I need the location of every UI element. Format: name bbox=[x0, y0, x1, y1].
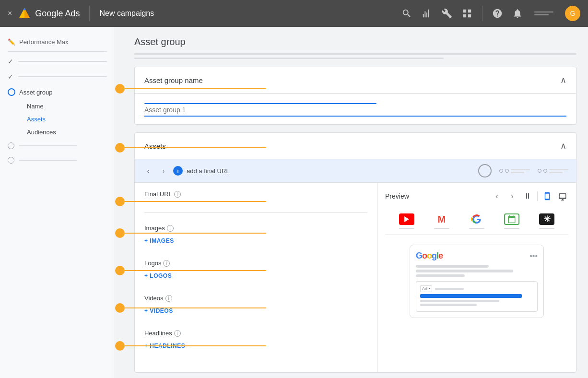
sidebar-title-label: Performance Max bbox=[19, 38, 69, 46]
network-discovery[interactable]: ✳ bbox=[539, 213, 554, 229]
preview-menu-dots: ••• bbox=[529, 252, 538, 260]
add-images-button[interactable]: + IMAGES bbox=[144, 234, 367, 248]
campaign-label: New campaigns bbox=[99, 9, 154, 18]
final-url-input[interactable] bbox=[144, 200, 367, 213]
ad-label-row: Ad • bbox=[420, 285, 533, 292]
final-url-section: Final URL i bbox=[144, 190, 367, 213]
wrench-icon[interactable] bbox=[442, 8, 452, 19]
network-youtube[interactable] bbox=[399, 213, 414, 229]
discovery-icon: ✳ bbox=[539, 213, 554, 225]
progress-bars bbox=[134, 53, 576, 59]
preview-dot-2 bbox=[505, 169, 509, 173]
empty-circle-2 bbox=[8, 157, 14, 164]
preview-lines-2 bbox=[549, 169, 568, 173]
nav-prev-button[interactable]: ‹ bbox=[142, 165, 154, 177]
search-icon[interactable] bbox=[401, 8, 412, 19]
logos-info-icon[interactable]: i bbox=[163, 260, 170, 267]
final-url-label: Final URL i bbox=[144, 190, 367, 198]
asset-group-name-title: Asset group name bbox=[144, 76, 203, 84]
assets-preview: Preview ‹ › ⏸ bbox=[377, 183, 576, 372]
final-url-info-icon[interactable]: i bbox=[174, 191, 181, 198]
preview-dot-4 bbox=[543, 169, 547, 173]
preview-next-button[interactable]: › bbox=[506, 190, 518, 202]
preview-title: Preview bbox=[385, 192, 409, 200]
preview-pause-button[interactable]: ⏸ bbox=[522, 190, 533, 202]
sidebar-assets-item[interactable]: Assets bbox=[19, 113, 115, 126]
add-headlines-button[interactable]: + HEADLINES bbox=[144, 339, 367, 353]
sidebar-audiences-item[interactable]: Audiences bbox=[19, 126, 115, 139]
images-label: Images i bbox=[144, 224, 367, 232]
preview-header: Preview ‹ › ⏸ bbox=[385, 190, 568, 202]
preview-controls: ‹ › ⏸ bbox=[491, 190, 568, 202]
assets-collapse[interactable]: ∧ bbox=[560, 141, 566, 151]
empty-line-1 bbox=[19, 145, 77, 146]
assets-section: Assets ∧ ‹ › i add a final URL bbox=[134, 132, 576, 373]
avatar[interactable]: G bbox=[565, 6, 580, 21]
help-icon[interactable] bbox=[492, 8, 503, 19]
grid-icon[interactable] bbox=[462, 8, 472, 19]
nav-url-label: add a final URL bbox=[187, 167, 474, 175]
preview-line-top bbox=[416, 265, 489, 268]
close-button[interactable]: × bbox=[8, 9, 12, 18]
edit-icon: ✏️ bbox=[8, 38, 15, 46]
asset-group-name-section: Asset group name ∧ bbox=[134, 67, 576, 125]
asset-group-name-input[interactable] bbox=[144, 104, 566, 117]
user-menu-lines bbox=[534, 12, 553, 15]
preview-control-divider bbox=[537, 191, 538, 201]
preview-line-1 bbox=[511, 169, 530, 170]
assets-header: Assets ∧ bbox=[135, 133, 576, 159]
preview-line-mid bbox=[416, 270, 513, 272]
add-logos-button[interactable]: + LOGOS bbox=[144, 269, 367, 283]
google-logo-text: Google bbox=[416, 251, 443, 261]
check-icon-1: ✓ bbox=[8, 58, 13, 65]
images-info-icon[interactable]: i bbox=[167, 225, 174, 232]
preview-line-2 bbox=[511, 172, 524, 173]
google-preview-header: Google ••• bbox=[416, 251, 538, 261]
empty-line-2 bbox=[19, 160, 77, 161]
ad-desc-line-1 bbox=[420, 300, 499, 302]
asset-group-name-body bbox=[135, 94, 576, 124]
sidebar-check-item-1[interactable]: ✓ bbox=[0, 54, 115, 69]
preview-dot-1 bbox=[499, 169, 503, 173]
nav-actions: G bbox=[401, 6, 580, 21]
sidebar-empty-item-2[interactable] bbox=[0, 153, 115, 167]
ad-badge: Ad • bbox=[420, 285, 432, 292]
logos-label: Logos i bbox=[144, 260, 367, 267]
sidebar-line-2 bbox=[18, 76, 107, 77]
preview-prev-button[interactable]: ‹ bbox=[491, 190, 503, 202]
nav-preview-icons bbox=[478, 164, 568, 177]
network-google[interactable] bbox=[469, 213, 484, 229]
discovery-line bbox=[539, 228, 554, 229]
asset-group-label: Asset group bbox=[19, 89, 52, 96]
google-icon bbox=[469, 213, 484, 225]
sidebar-empty-item-1[interactable] bbox=[0, 139, 115, 153]
preview-line-4 bbox=[549, 172, 563, 173]
preview-mobile-button[interactable] bbox=[541, 190, 553, 202]
youtube-icon bbox=[399, 213, 414, 225]
nav-lines-group-2 bbox=[538, 169, 568, 173]
network-display[interactable] bbox=[504, 213, 519, 229]
videos-label: Videos i bbox=[144, 295, 367, 302]
videos-section: Videos i + VIDEOS bbox=[144, 295, 367, 318]
bell-icon[interactable] bbox=[512, 8, 523, 19]
nav-info-icon[interactable]: i bbox=[173, 166, 183, 176]
logos-section: Logos i + LOGOS bbox=[144, 260, 367, 283]
videos-info-icon[interactable]: i bbox=[165, 295, 172, 302]
nav-lines-group-1 bbox=[499, 169, 530, 173]
nav-next-button[interactable]: › bbox=[158, 165, 169, 177]
google-preview-card: Google ••• bbox=[410, 245, 544, 318]
ad-desc-line-2 bbox=[420, 304, 477, 306]
sidebar-check-item-2[interactable]: ✓ bbox=[0, 69, 115, 84]
headlines-info-icon[interactable]: i bbox=[174, 330, 181, 337]
sidebar-asset-group[interactable]: Asset group bbox=[0, 84, 115, 100]
progress-bar-partial bbox=[134, 58, 444, 59]
add-videos-button[interactable]: + VIDEOS bbox=[144, 304, 367, 318]
asset-group-name-collapse[interactable]: ∧ bbox=[560, 75, 566, 85]
preview-card-wrapper: Google ••• bbox=[385, 241, 568, 322]
preview-desktop-button[interactable] bbox=[557, 190, 568, 202]
sidebar-name-item[interactable]: Name bbox=[19, 100, 115, 113]
network-gmail[interactable]: M bbox=[434, 213, 449, 229]
preview-lines-1 bbox=[511, 169, 530, 173]
sidebar-line-1 bbox=[18, 61, 107, 62]
chart-icon[interactable] bbox=[422, 8, 432, 19]
